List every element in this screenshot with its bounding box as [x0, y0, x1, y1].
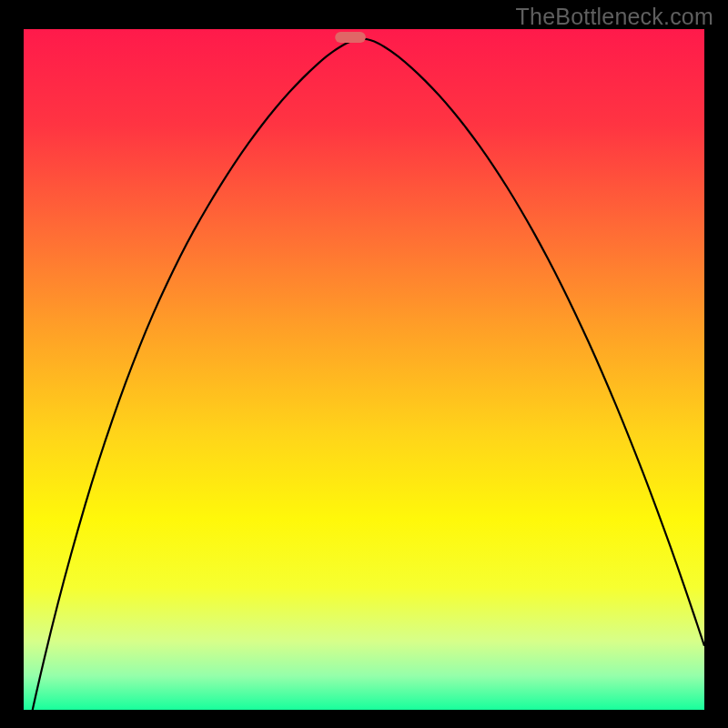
- chart-container: TheBottleneck.com: [0, 0, 728, 728]
- gradient-background: [24, 29, 704, 710]
- plot-frame: [24, 29, 704, 710]
- chart-svg: [24, 29, 704, 710]
- watermark-text: TheBottleneck.com: [516, 4, 713, 30]
- optimal-marker: [335, 32, 366, 43]
